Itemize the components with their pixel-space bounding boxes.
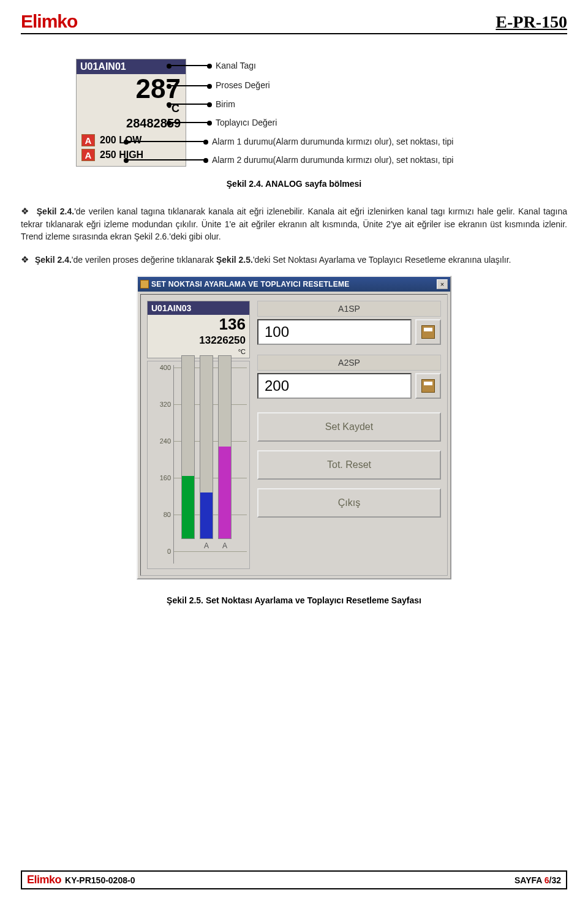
callout-totalizer: Toplayıcı Değeri <box>216 116 277 129</box>
footer-brand-logo: Elimko <box>27 873 61 886</box>
footer-page-total: /32 <box>549 875 561 885</box>
close-button[interactable]: × <box>437 279 448 289</box>
footer-page-label: SAYFA <box>514 875 545 885</box>
axis-tick: 320 <box>160 401 171 408</box>
bar-fill <box>200 492 213 538</box>
mini-channel-unit: °C <box>148 348 249 358</box>
totalizer-reset-button[interactable]: Tot. Reset <box>257 450 441 480</box>
figure-2-5-caption: Şekil 2.5. Set Noktası Ayarlama ve Topla… <box>21 595 567 605</box>
bar-fill <box>182 476 194 538</box>
footer-doc-no: KY-PR150-0208-0 <box>65 875 135 885</box>
bar-label: A <box>222 541 227 551</box>
bar-slot <box>181 355 195 551</box>
floppy-icon <box>421 379 435 393</box>
mini-channel-value: 136 <box>148 315 249 334</box>
brand-logo: Elimko <box>21 11 77 32</box>
a2sp-save-button[interactable] <box>415 373 441 399</box>
document-code: E-PR-150 <box>496 12 567 32</box>
axis-tick: 240 <box>160 437 171 445</box>
callout-unit: Birim <box>216 97 235 111</box>
bargraph-panel: 080160240320400 AA <box>147 361 250 570</box>
bar-slot: A <box>200 355 213 551</box>
set-save-button[interactable]: Set Kaydet <box>257 412 441 442</box>
page-footer: Elimko KY-PR150-0208-0 SAYFA 6/32 <box>21 870 567 889</box>
bar-fill <box>219 447 231 538</box>
mini-channel-tag: U01AIN03 <box>148 301 249 315</box>
floppy-icon <box>421 325 435 339</box>
page-header: Elimko E-PR-150 <box>21 11 567 34</box>
callout-value: Proses Değeri <box>216 78 270 92</box>
window-icon <box>140 280 149 289</box>
axis-tick: 0 <box>167 548 171 555</box>
axis-tick: 400 <box>160 364 171 371</box>
paragraph-2: ❖ Şekil 2.4.'de verilen proses değerine … <box>21 253 567 266</box>
footer-page-current: 6 <box>545 875 549 885</box>
a1sp-save-button[interactable] <box>415 319 441 345</box>
bar-label: A <box>204 541 209 551</box>
channel-card: U01AIN01 287 °C 28482859 A 200 LOW A 250… <box>76 59 186 167</box>
paragraph-1: ❖ Şekil 2.4.'de verilen kanal tagına tık… <box>21 205 567 243</box>
exit-button[interactable]: Çıkış <box>257 488 441 518</box>
a1sp-label: A1SP <box>257 301 441 317</box>
axis-tick: 160 <box>160 474 171 481</box>
setpoint-dialog: SET NOKTASI AYARLAMA VE TOPLAYICI RESETL… <box>137 276 451 579</box>
alarm1-badge: A <box>81 134 95 146</box>
callout-tag: Kanal Tagı <box>216 59 256 72</box>
callout-alarm2: Alarm 2 durumu(Alarm durumunda kırmızı o… <box>212 153 453 167</box>
callouts-list: Kanal Tagı Proses Değeri Birim Toplayıcı… <box>197 59 453 172</box>
a2sp-label: A2SP <box>257 355 441 371</box>
alarm2-badge: A <box>81 149 95 161</box>
dialog-title: SET NOKTASI AYARLAMA VE TOPLAYICI RESETL… <box>151 280 350 289</box>
a2sp-input[interactable]: 200 <box>257 373 412 399</box>
mini-channel-card: U01AIN03 136 13226250 °C <box>147 301 250 358</box>
mini-channel-total: 13226250 <box>148 334 249 348</box>
a1sp-input[interactable]: 100 <box>257 319 412 345</box>
bar-slot: A <box>218 355 232 551</box>
axis-tick: 80 <box>164 511 171 518</box>
callout-alarm1: Alarm 1 durumu(Alarm durumunda kırmızı o… <box>212 135 453 148</box>
figure-2-4-caption: Şekil 2.4. ANALOG sayfa bölmesi <box>21 179 567 189</box>
